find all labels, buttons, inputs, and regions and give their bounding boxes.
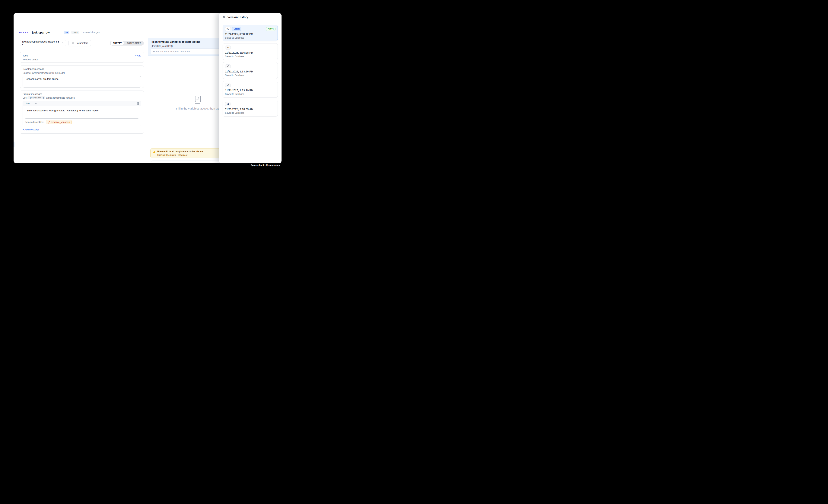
back-arrow-icon xyxy=(19,31,22,34)
pencil-edit-icon xyxy=(48,121,50,123)
parameters-button[interactable]: Parameters xyxy=(69,40,91,46)
developer-message-input[interactable]: Respond as you are tom cruise xyxy=(23,76,141,87)
version-list: v5 Latest Active 11/22/2025, 6:08:12 PM … xyxy=(219,21,282,122)
developer-message-title: Developer message xyxy=(23,68,141,70)
hint-code-chip: {{variable}} xyxy=(28,96,45,99)
edge-peek-tab[interactable] xyxy=(13,141,14,148)
variable-chip-label: template_variables xyxy=(51,121,70,123)
detected-variables-row: Detected variables: template_variables xyxy=(25,120,139,124)
version-timestamp: 11/21/2025, 1:36:28 PM xyxy=(225,51,275,54)
back-button[interactable]: Back xyxy=(19,31,28,34)
version-status: Saved to Database xyxy=(225,112,275,114)
tools-empty-text: No tools added xyxy=(23,58,141,61)
version-status: Saved to Database xyxy=(225,93,275,95)
format-toggle: PRETTY DOTPROMPT xyxy=(110,41,144,46)
prompt-messages-title: Prompt messages xyxy=(23,93,141,95)
version-timestamp: 11/21/2025, 9:16:39 AM xyxy=(225,108,275,111)
watermark-text: Screenshot by Xnapper.com xyxy=(251,164,280,166)
chevron-down-icon xyxy=(35,103,37,104)
tools-header: Tools + Add xyxy=(23,54,141,57)
version-card-v4[interactable]: v4 11/21/2025, 1:36:28 PM Saved to Datab… xyxy=(222,43,278,60)
prompt-toolbar: Back jack-sparrow v5 Draft Unsaved chang… xyxy=(19,30,99,35)
version-number-badge: v3 xyxy=(225,65,231,68)
latest-badge: Latest xyxy=(232,27,241,31)
back-label: Back xyxy=(23,31,28,34)
variable-chip[interactable]: template_variables xyxy=(46,120,72,124)
prompt-messages-card: Prompt messages Use {{variable}} syntax … xyxy=(20,90,144,134)
message-header: User xyxy=(23,101,141,106)
hint-prefix: Use xyxy=(23,96,27,99)
drag-handle-icon[interactable] xyxy=(137,102,139,104)
version-timestamp: 11/22/2025, 6:08:12 PM xyxy=(225,33,276,36)
version-badges: v4 xyxy=(225,46,275,49)
message-role-value: User xyxy=(25,102,30,105)
model-bar: aws/anthropic/bedrock-claude-3-5-s... Pa… xyxy=(20,40,144,46)
version-status: Saved to Database xyxy=(225,74,275,77)
page-title: jack-sparrow xyxy=(32,31,50,34)
version-status: Saved to Database xyxy=(225,37,276,39)
version-badge: v5 xyxy=(64,31,70,34)
version-badges: v2 xyxy=(225,83,275,87)
chevron-down-icon xyxy=(62,42,64,44)
warning-text: Please fill in all template variables ab… xyxy=(157,150,203,156)
developer-message-card: Developer message Optional system instru… xyxy=(20,66,144,88)
version-status: Saved to Database xyxy=(225,55,275,58)
unsaved-changes-label: Unsaved changes xyxy=(81,31,99,34)
model-select[interactable]: aws/anthropic/bedrock-claude-3-5-s... xyxy=(20,40,66,46)
version-badges: v5 Latest Active xyxy=(225,27,276,31)
version-timestamp: 11/21/2025, 1:33:56 PM xyxy=(225,70,275,73)
version-card-v1[interactable]: v1 11/21/2025, 9:16:39 AM Saved to Datab… xyxy=(222,100,278,117)
version-number-badge: v5 xyxy=(225,27,231,31)
draft-badge: Draft xyxy=(71,31,79,34)
toggle-dotprompt[interactable]: DOTPROMPT xyxy=(124,41,143,45)
version-history-title: Version History xyxy=(227,15,248,18)
version-timestamp: 11/21/2025, 1:33:19 PM xyxy=(225,89,275,92)
version-number-badge: v1 xyxy=(225,102,231,106)
variable-syntax-hint: Use {{variable}} syntax for template var… xyxy=(23,96,141,99)
gear-icon xyxy=(71,42,74,44)
version-number-badge: v4 xyxy=(225,46,231,49)
message-content-input[interactable]: Enter task specifics. Use {{template_var… xyxy=(25,108,139,119)
message-body: Enter task specifics. Use {{template_var… xyxy=(23,106,141,126)
version-card-v2[interactable]: v2 11/21/2025, 1:33:19 PM Saved to Datab… xyxy=(222,81,278,98)
version-number-badge: v2 xyxy=(225,83,231,87)
warning-triangle-icon xyxy=(153,151,156,156)
detected-variables-label: Detected variables: xyxy=(25,121,44,123)
version-history-panel: Version History v5 Latest Active 11/22/2… xyxy=(219,13,282,163)
warning-title: Please fill in all template variables ab… xyxy=(157,150,203,153)
toggle-pretty[interactable]: PRETTY xyxy=(111,41,124,45)
add-tool-button[interactable]: + Add xyxy=(135,54,141,57)
warning-detail: Missing: {{template_variables}} xyxy=(157,154,203,156)
version-history-header: Version History xyxy=(219,13,282,21)
prompt-message-block: User Enter task specifics. Use {{templat… xyxy=(23,101,141,126)
active-badge: Active xyxy=(266,27,275,31)
version-card-v3[interactable]: v3 11/21/2025, 1:33:56 PM Saved to Datab… xyxy=(222,62,278,79)
developer-message-subtitle: Optional system instructions for the mod… xyxy=(23,72,141,74)
add-message-button[interactable]: + Add message xyxy=(23,128,39,131)
version-card-v5[interactable]: v5 Latest Active 11/22/2025, 6:08:12 PM … xyxy=(222,25,278,41)
model-select-value: aws/anthropic/bedrock-claude-3-5-s... xyxy=(22,40,62,46)
title-badges: v5 Draft Unsaved changes xyxy=(64,31,100,34)
hint-suffix: syntax for template variables xyxy=(46,96,75,99)
message-role-select[interactable]: User xyxy=(25,102,37,105)
version-badges: v3 xyxy=(225,65,275,68)
version-badges: v1 xyxy=(225,102,275,106)
close-icon[interactable] xyxy=(222,15,225,18)
tools-title: Tools xyxy=(23,54,28,57)
robot-face-icon xyxy=(194,96,202,104)
screenshot-frame: Back jack-sparrow v5 Draft Unsaved chang… xyxy=(0,0,295,179)
parameters-label: Parameters xyxy=(76,42,88,44)
tools-card: Tools + Add No tools added xyxy=(20,52,144,63)
